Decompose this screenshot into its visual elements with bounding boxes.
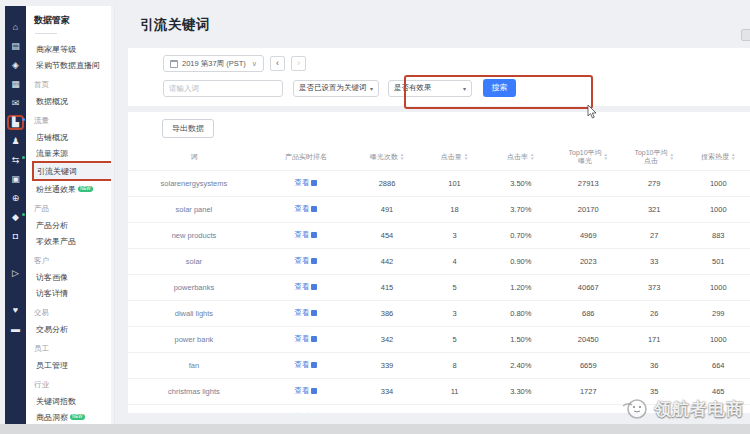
sidebar-item[interactable]: 访客详情 <box>34 285 114 301</box>
week-select[interactable]: 2019 第37周 (PST) ∨ <box>163 55 264 72</box>
sidebar-item-label: 店铺概况 <box>36 133 68 142</box>
sidebar-item[interactable]: 引流关键词 <box>32 161 115 181</box>
view-rank-link[interactable]: 查看 <box>294 256 317 265</box>
sidebar-item[interactable]: 店铺概况 <box>34 129 114 145</box>
sort-icon[interactable]: ▲▼ <box>669 153 673 161</box>
keyword-set-dropdown-value: 是否已设置为关键词 <box>299 83 367 93</box>
keyword-cell[interactable]: diwali lights <box>128 300 260 326</box>
sidebar-section-label: 客户 <box>34 256 114 266</box>
column-header[interactable]: 曝光次数▲▼ <box>352 144 422 170</box>
column-header[interactable]: Top10平均曝光▲▼ <box>555 144 622 170</box>
shopping-icon[interactable]: ◆ <box>9 212 22 223</box>
keyword-cell[interactable]: fan <box>128 352 260 378</box>
sidebar-item[interactable]: 粉丝通效果NEW <box>34 181 114 197</box>
next-week-button[interactable]: › <box>291 56 306 71</box>
sidebar-item[interactable]: 访客画像 <box>34 269 114 285</box>
sidebar-item-label: 引流关键词 <box>37 167 77 176</box>
clicks-cell: 11 <box>422 378 487 404</box>
clicks-cell: 5 <box>422 326 487 352</box>
view-rank-link[interactable]: 查看 <box>294 308 317 317</box>
top10-exposure-cell: 11045 <box>555 404 622 413</box>
keyword-cell[interactable]: power bank <box>128 326 260 352</box>
column-header[interactable]: 点击量▲▼ <box>422 144 487 170</box>
sort-icon[interactable]: ▲▼ <box>731 153 735 161</box>
keyword-cell[interactable]: led strip lights <box>128 404 260 413</box>
media-icon[interactable]: ◘ <box>9 231 22 242</box>
notification-dot <box>22 156 25 159</box>
column-header[interactable]: 点击率▲▼ <box>487 144 555 170</box>
view-rank-link[interactable]: 查看 <box>294 230 317 239</box>
top10-clicks-cell: 36 <box>622 352 687 378</box>
sidebar-item[interactable]: 商品洞察NEW <box>34 409 114 424</box>
sidebar-item[interactable]: 采购节数据直播间 <box>34 57 114 73</box>
notification-dot <box>22 118 25 121</box>
sidebar-item[interactable]: 数据概况 <box>34 93 114 109</box>
analytics-icon[interactable]: ▙ <box>9 117 22 128</box>
keyword-cell[interactable]: solar <box>128 248 260 274</box>
orders-icon[interactable]: ▤ <box>9 41 22 52</box>
view-rank-link[interactable]: 查看 <box>294 178 317 187</box>
exposures-cell: 342 <box>352 326 422 352</box>
search-button[interactable]: 搜索 <box>483 79 516 97</box>
sidebar-item[interactable]: 关键词指数 <box>34 393 114 409</box>
keyword-cell[interactable]: solar panel <box>128 196 260 222</box>
products-icon[interactable]: ▣ <box>9 174 22 185</box>
calendar-icon <box>170 60 178 68</box>
sidebar-item[interactable]: 交易分析 <box>34 321 114 337</box>
column-label: 曝光次数 <box>370 153 398 161</box>
sidebar-item[interactable]: 员工管理 <box>34 357 114 373</box>
view-rank-link[interactable]: 查看 <box>294 360 317 369</box>
search-heat-cell: 664 <box>687 352 750 378</box>
contacts-icon[interactable]: ♟ <box>9 136 22 147</box>
share-icon[interactable]: ⇆ <box>9 155 22 166</box>
toolbar-icon[interactable] <box>741 29 750 41</box>
global-icon[interactable]: ⊕ <box>9 193 22 204</box>
view-rank-link[interactable]: 查看 <box>294 204 317 213</box>
keyword-set-dropdown[interactable]: 是否已设置为关键词 ▾ <box>293 80 379 97</box>
mouse-cursor <box>587 105 597 119</box>
ctr-cell: 5.30% <box>487 404 555 413</box>
sidebar-section-label: 流量 <box>34 116 114 126</box>
table-row: diwali lights查看38630.80%68626299 <box>128 300 750 326</box>
effective-dropdown[interactable]: 是否有效果 ▾ <box>388 80 472 97</box>
sort-icon[interactable]: ▲▼ <box>400 153 404 161</box>
clicks-cell: 101 <box>422 170 487 196</box>
sidebar-item[interactable]: 零效果产品 <box>34 233 114 249</box>
keyword-input[interactable] <box>163 80 283 97</box>
keyword-cell[interactable]: new products <box>128 222 260 248</box>
filter-row: 是否已设置为关键词 ▾ 是否有效果 ▾ 搜索 <box>163 79 516 97</box>
sidebar-item[interactable]: 产品分析 <box>34 217 114 233</box>
send-icon[interactable]: ▷ <box>9 268 22 279</box>
home-icon[interactable]: ⌂ <box>9 22 22 33</box>
sidebar-scrollbar[interactable] <box>111 6 114 424</box>
top10-exposure-cell: 40667 <box>555 274 622 300</box>
view-rank-link[interactable]: 查看 <box>294 386 317 395</box>
sort-icon[interactable]: ▲▼ <box>530 153 534 161</box>
top10-exposure-cell: 2023 <box>555 248 622 274</box>
work-icon[interactable]: ▬ <box>9 324 22 335</box>
export-data-button[interactable]: 导出数据 <box>162 119 214 138</box>
messages-icon[interactable]: ✉ <box>9 98 22 109</box>
sort-icon[interactable]: ▲▼ <box>464 153 468 161</box>
clicks-cell: 3 <box>422 222 487 248</box>
sort-icon[interactable]: ▲▼ <box>604 153 608 161</box>
favorites-icon[interactable]: ♥ <box>9 305 22 316</box>
view-rank-link[interactable]: 查看 <box>294 334 317 343</box>
top10-exposure-cell: 27913 <box>555 170 622 196</box>
keyword-cell[interactable]: solarenergysystems <box>128 170 260 196</box>
table-row: solarenergysystems查看28861013.50%27913279… <box>128 170 750 196</box>
security-icon[interactable]: ◈ <box>9 60 22 71</box>
keyword-cell[interactable]: christmas lights <box>128 378 260 404</box>
keyword-cell[interactable]: powerbanks <box>128 274 260 300</box>
sidebar-item[interactable]: 商家星等级 <box>34 41 114 57</box>
prev-week-button[interactable]: ‹ <box>270 56 285 71</box>
column-header[interactable]: Top10平均点击▲▼ <box>622 144 687 170</box>
apps-icon[interactable]: ▦ <box>9 79 22 90</box>
column-header[interactable]: 搜索热度▲▼ <box>687 144 750 170</box>
table-row: power bank查看34251.50%204501711000 <box>128 326 750 352</box>
view-rank-link[interactable]: 查看 <box>294 282 317 291</box>
table-header: 词产品实时排名曝光次数▲▼点击量▲▼点击率▲▼Top10平均曝光▲▼Top10平… <box>128 144 750 170</box>
sidebar-item[interactable]: 流量来源 <box>34 145 114 161</box>
view-rank-link[interactable]: 查看 <box>294 412 317 413</box>
keywords-table: 词产品实时排名曝光次数▲▼点击量▲▼点击率▲▼Top10平均曝光▲▼Top10平… <box>128 144 750 413</box>
